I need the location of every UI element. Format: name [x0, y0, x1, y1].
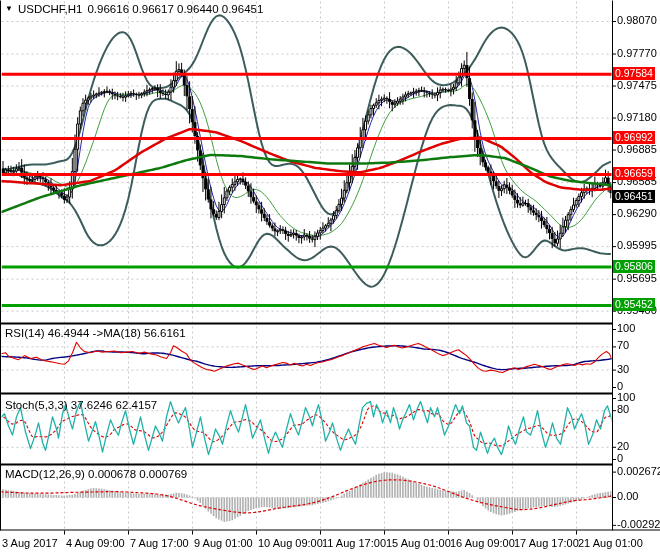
- symbol-dropdown-icon[interactable]: ▼: [5, 4, 13, 14]
- ohlc-values-label: 0.96616 0.96617 0.96440 0.96451: [87, 3, 263, 15]
- chart-title: ▼ USDCHF,H1 0.96616 0.96617 0.96440 0.96…: [5, 3, 263, 15]
- chart-window: ▼ USDCHF,H1 0.96616 0.96617 0.96440 0.96…: [0, 0, 660, 560]
- stoch-indicator-label: Stoch(5,3,3) 37.6246 62.4157: [5, 399, 157, 411]
- rsi-indicator-label: RSI(14) 46.4944 ->MA(18) 56.6161: [5, 327, 186, 339]
- macd-indicator-label: MACD(12,26,9) 0.000678 0.000769: [5, 468, 187, 480]
- symbol-period-label: USDCHF,H1: [18, 3, 83, 15]
